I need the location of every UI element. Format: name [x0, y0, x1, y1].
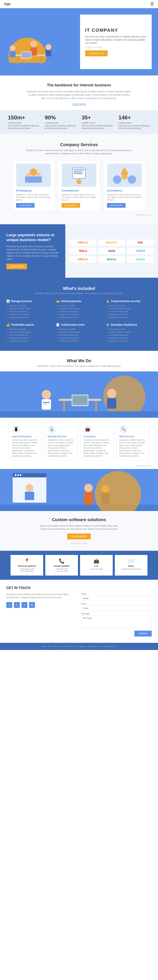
brand-asos: ASOS	[98, 248, 125, 254]
stat-number-2: 35+	[82, 115, 113, 121]
included-list-item: ✓Excepteur sint occaecat	[106, 313, 152, 316]
included-list-item: ✓Excepteur sint occaecat	[6, 313, 52, 316]
svg-point-15	[26, 173, 30, 177]
wd-card-icon-0: 📱	[12, 425, 20, 433]
service-card-button-2[interactable]: LEARN MORE	[107, 203, 126, 208]
service-card-0: Prototyping Sample text. Click to select…	[13, 160, 55, 211]
service-card-1: Development Sample text. Click to select…	[58, 160, 100, 211]
brand-crocs: CROCS	[127, 248, 154, 254]
included-grid: 📊 Manage business ✓Duis aute irure dolor…	[6, 299, 152, 342]
svg-rect-5	[10, 51, 16, 57]
stat-label-3: LOREM IPSUM Dolor sit amet consectetur a…	[119, 122, 150, 130]
service-card-button-0[interactable]: LEARN MORE	[16, 203, 35, 208]
backbone-section: The backbone for internet business Parag…	[0, 75, 158, 110]
wd-card-title-3: SEO Services	[119, 435, 146, 438]
svg-rect-19	[74, 169, 84, 171]
hero-contact-button[interactable]: CONTACT US	[85, 51, 108, 56]
included-item-title-3: 💰 Predictable payout	[6, 323, 52, 326]
message-textarea[interactable]	[81, 616, 152, 628]
services-image-label: Image from Freepik	[6, 214, 152, 216]
wd-card-text-3: Sample text. Click to select the text bo…	[119, 439, 146, 457]
included-list-item: ✓Cupidatat non proident	[56, 316, 102, 319]
stat-label-1: LOREM IPSUM Dolor sit amet consectetur a…	[45, 122, 76, 130]
footer-cards: 📍 OUR MAIN SERVICE 234 Building 12th ABC…	[0, 551, 158, 580]
wd-card-0: 📱 App Development Sample text. Click to …	[9, 422, 42, 460]
svg-rect-39	[73, 395, 88, 405]
whatwedo-section: What We Do Sample text. Click to select …	[0, 351, 158, 469]
email-input[interactable]	[81, 606, 152, 611]
footer-card-0: 📍 OUR MAIN SERVICE 234 Building 12th ABC…	[11, 555, 43, 576]
social-icons-row: f 𝕥 𝕚 in	[6, 602, 77, 608]
footer-card-line1-0: 234 Building 12th	[14, 568, 40, 570]
included-icon-5: ⚙️	[106, 323, 110, 326]
whatwedo-subtitle: Sample text. Click to select the text bo…	[6, 365, 152, 367]
contact-form: Name Email Message SUBMIT	[81, 593, 152, 636]
wd-card-title-1: Mobility Services	[48, 435, 74, 438]
message-label: Message	[81, 612, 152, 615]
included-section: What's included Get 100+ features out of…	[0, 278, 158, 351]
stat-item-3: 146+ LOREM IPSUM Dolor sit amet consecte…	[119, 115, 150, 130]
services-title: Company Services	[6, 142, 152, 147]
included-list-item: ✓Ut labore et dolore magna	[56, 331, 102, 334]
included-list-item: ✓Consectetur adipiscing	[6, 334, 52, 337]
included-list-item: ✓Duis aute irure dolor	[56, 328, 102, 331]
payments-left: Large payments volume or unique business…	[0, 224, 65, 278]
stat-number-1: 90%	[45, 115, 76, 121]
service-card-title-1: Development	[61, 189, 97, 192]
svg-rect-43	[15, 474, 16, 476]
hero-image-label: Image from Freepik	[85, 46, 147, 48]
included-list-1: ✓Duis aute irure dolor ✓Ut labore et dol…	[56, 304, 102, 319]
brand-crolla-2: CROLLA	[69, 256, 96, 262]
included-icon-3: 💰	[6, 323, 10, 326]
svg-rect-0	[0, 63, 63, 75]
social-icon-linkedin[interactable]: in	[29, 602, 35, 608]
svg-point-46	[26, 484, 33, 492]
custom-section: Custom software solutions Quam nulla por…	[0, 469, 158, 551]
included-icon-2: 🔒	[106, 299, 110, 303]
included-list-0: ✓Duis aute irure dolor ✓Ut labore et dol…	[6, 304, 52, 319]
contact-section: GET IN TOUCH We take product reliability…	[0, 580, 158, 643]
service-card-button-1[interactable]: LEARN MORE	[61, 203, 80, 208]
social-icon-twitter[interactable]: 𝕥	[14, 602, 20, 608]
nav-menu-icon[interactable]: ☰	[150, 2, 154, 6]
svg-point-13	[30, 169, 37, 176]
custom-content: Custom software solutions Quam nulla por…	[0, 511, 158, 551]
svg-rect-31	[95, 401, 97, 411]
included-item-1: 💳 Global payments ✓Duis aute irure dolor…	[56, 299, 102, 319]
social-icon-facebook[interactable]: f	[6, 602, 12, 608]
whatwedo-illustration	[0, 371, 158, 418]
included-list-item: ✓Duis aute irure dolor	[6, 304, 52, 307]
social-icon-instagram[interactable]: 𝕚	[21, 602, 27, 608]
service-card-img-0	[16, 164, 51, 187]
included-item-title-0: 📊 Manage business	[6, 299, 52, 303]
included-list-item: ✓Excepteur sint occaecat	[106, 337, 152, 339]
wd-card-title-0: App Development	[12, 435, 39, 438]
contact-layout: We take product reliability more serious…	[6, 593, 152, 636]
included-item-2: 🔒 Comprehensive security ✓Duis aute irur…	[106, 299, 152, 319]
hero-illustration	[0, 8, 80, 75]
stats-section: 150m+ LOREM IPSUM Dolor sit amet consect…	[0, 110, 158, 134]
wd-card-icon-1: 📡	[48, 425, 56, 433]
included-list-item: ✓Excepteur sint occaecat	[6, 337, 52, 339]
included-list-item: ✓Cupidatat non proident	[6, 339, 52, 342]
service-card-title-0: Prototyping	[16, 189, 51, 192]
included-subtitle: Get 100+ features out of the box with ul…	[6, 292, 152, 294]
backbone-learn-more[interactable]: LEARN MORE	[72, 103, 86, 105]
service-card-text-0: Sample text. Click to select the text bo…	[16, 193, 51, 201]
whatwedo-image-label: Image from Freepik	[0, 465, 158, 469]
included-list-item: ✓Consectetur adipiscing	[106, 334, 152, 337]
hero-content-box: IT COMPANY Duis aute irure dolor in repr…	[80, 14, 152, 69]
submit-button[interactable]: SUBMIT	[134, 631, 152, 636]
services-subtitle: Sample text. Click to select the text bo…	[24, 149, 134, 155]
svg-point-25	[113, 175, 121, 184]
wd-card-text-0: Sample text. Click to select the text bo…	[12, 439, 39, 457]
svg-point-8	[30, 41, 37, 47]
included-list-5: ✓Duis aute irure dolor ✓Ut labore et dol…	[106, 328, 152, 342]
payments-button[interactable]: LEARN MORE	[6, 264, 27, 269]
wd-card-text-2: Sample text. Click to select the text bo…	[84, 439, 110, 457]
custom-button[interactable]: LEARN MORE	[67, 533, 91, 539]
svg-rect-28	[0, 411, 158, 418]
name-input[interactable]	[81, 596, 152, 601]
stat-item-2: 35+ LOREM IPSUM Dolor sit amet consectet…	[82, 115, 113, 130]
backbone-title: The backbone for internet business	[13, 83, 145, 88]
